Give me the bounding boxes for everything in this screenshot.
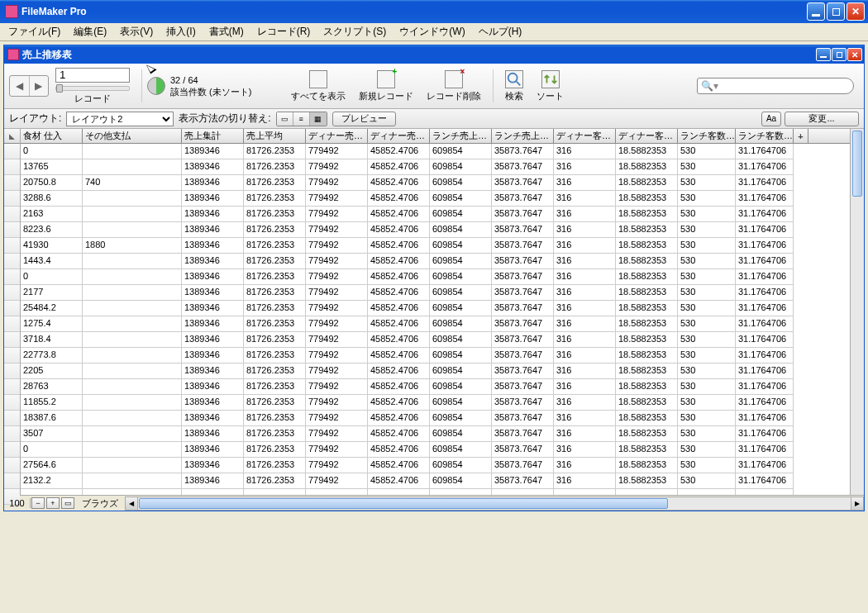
column-header[interactable]: ディナー客… (554, 129, 616, 143)
table-cell[interactable]: 31.1764706 (736, 191, 794, 207)
table-cell[interactable]: 81726.2353 (244, 442, 306, 458)
table-cell[interactable]: 1389346 (182, 316, 244, 332)
table-cell[interactable]: 316 (554, 364, 616, 379)
table-cell[interactable]: 18.5882353 (616, 348, 678, 364)
column-header[interactable]: ランチ客数… (736, 129, 794, 143)
table-cell[interactable]: 27564.6 (21, 458, 83, 473)
table-cell[interactable]: 45852.4706 (368, 458, 430, 473)
table-cell[interactable]: 45852.4706 (368, 207, 430, 222)
record-number-input[interactable] (55, 68, 130, 83)
table-cell[interactable]: 31.1764706 (736, 458, 794, 473)
table-cell[interactable]: 31.1764706 (736, 285, 794, 301)
table-cell[interactable]: 45852.4706 (368, 364, 430, 379)
table-cell[interactable]: 1389346 (182, 191, 244, 207)
table-cell[interactable]: 31.1764706 (736, 144, 794, 159)
table-cell[interactable]: 530 (678, 191, 736, 207)
table-cell[interactable]: 530 (678, 269, 736, 285)
table-cell[interactable] (492, 489, 554, 495)
table-cell[interactable]: 31.1764706 (736, 348, 794, 364)
row-header[interactable] (4, 191, 20, 207)
delete-record-button[interactable]: レコード削除 (420, 70, 488, 102)
table-cell[interactable] (83, 301, 182, 316)
table-cell[interactable]: 609854 (430, 301, 492, 316)
row-header[interactable] (4, 144, 20, 159)
row-header[interactable] (4, 159, 20, 175)
table-cell[interactable]: 740 (83, 175, 182, 191)
formatting-button[interactable]: Aa (761, 112, 781, 126)
table-cell[interactable]: 35873.7647 (492, 473, 554, 489)
table-cell[interactable] (244, 489, 306, 495)
app-minimize-button[interactable] (807, 2, 825, 21)
table-cell[interactable]: 779492 (306, 254, 368, 269)
table-cell[interactable]: 35873.7647 (492, 222, 554, 238)
table-cell[interactable]: 0 (21, 269, 83, 285)
table-cell[interactable]: 609854 (430, 144, 492, 159)
table-cell[interactable]: 779492 (306, 222, 368, 238)
table-cell[interactable]: 31.1764706 (736, 473, 794, 489)
next-record-icon[interactable]: ▶ (30, 76, 49, 96)
table-cell[interactable]: 1443.4 (21, 254, 83, 269)
table-cell[interactable]: 609854 (430, 426, 492, 442)
table-cell[interactable] (616, 489, 678, 495)
table-cell[interactable]: 18.5882353 (616, 442, 678, 458)
table-cell[interactable]: 31.1764706 (736, 364, 794, 379)
table-cell[interactable]: 31.1764706 (736, 175, 794, 191)
table-cell[interactable]: 18.5882353 (616, 411, 678, 426)
table-cell[interactable]: 1389346 (182, 222, 244, 238)
table-cell[interactable]: 530 (678, 411, 736, 426)
table-cell[interactable]: 1389346 (182, 269, 244, 285)
row-header[interactable] (4, 364, 20, 379)
table-cell[interactable]: 316 (554, 159, 616, 175)
menu-item[interactable]: ファイル(F) (3, 23, 65, 40)
table-cell[interactable]: 530 (678, 175, 736, 191)
table-cell[interactable]: 3288.6 (21, 191, 83, 207)
table-cell[interactable] (83, 442, 182, 458)
table-cell[interactable]: 35873.7647 (492, 379, 554, 395)
table-cell[interactable]: 1389346 (182, 144, 244, 159)
table-cell[interactable]: 81726.2353 (244, 316, 306, 332)
table-cell[interactable] (21, 489, 83, 495)
pie-chart-icon[interactable] (147, 77, 165, 95)
table-cell[interactable] (182, 489, 244, 495)
table-cell[interactable]: 35873.7647 (492, 238, 554, 254)
table-cell[interactable]: 31.1764706 (736, 238, 794, 254)
table-cell[interactable] (83, 426, 182, 442)
table-cell[interactable]: 779492 (306, 395, 368, 411)
table-cell[interactable]: 1389346 (182, 379, 244, 395)
table-cell[interactable]: 35873.7647 (492, 254, 554, 269)
scroll-left-button[interactable]: ◀ (126, 497, 138, 510)
table-cell[interactable]: 31.1764706 (736, 254, 794, 269)
table-cell[interactable]: 31.1764706 (736, 207, 794, 222)
table-cell[interactable]: 81726.2353 (244, 348, 306, 364)
table-cell[interactable]: 81726.2353 (244, 254, 306, 269)
table-cell[interactable]: 316 (554, 442, 616, 458)
document-close-button[interactable]: ✕ (847, 48, 862, 61)
table-cell[interactable]: 31.1764706 (736, 222, 794, 238)
table-cell[interactable] (430, 489, 492, 495)
table-cell[interactable]: 1880 (83, 238, 182, 254)
quick-search-input[interactable]: 🔍▾ (697, 78, 854, 94)
zoom-value[interactable]: 100 (4, 498, 31, 508)
table-cell[interactable] (83, 254, 182, 269)
table-cell[interactable]: 31.1764706 (736, 395, 794, 411)
table-cell[interactable]: 1389346 (182, 332, 244, 348)
row-header[interactable] (4, 285, 20, 301)
table-cell[interactable]: 779492 (306, 316, 368, 332)
table-row[interactable]: 13765138934681726.235377949245852.470660… (21, 159, 850, 175)
table-cell[interactable]: 779492 (306, 458, 368, 473)
table-cell[interactable]: 609854 (430, 473, 492, 489)
table-row[interactable]: 3718.4138934681726.235377949245852.47066… (21, 332, 850, 348)
table-cell[interactable]: 1389346 (182, 442, 244, 458)
table-cell[interactable]: 609854 (430, 254, 492, 269)
table-cell[interactable] (83, 316, 182, 332)
table-cell[interactable]: 609854 (430, 364, 492, 379)
table-cell[interactable]: 45852.4706 (368, 379, 430, 395)
table-cell[interactable]: 1389346 (182, 473, 244, 489)
table-cell[interactable]: 779492 (306, 348, 368, 364)
table-cell[interactable]: 609854 (430, 379, 492, 395)
view-table-button[interactable]: ▦ (310, 112, 327, 126)
table-cell[interactable]: 779492 (306, 426, 368, 442)
table-cell[interactable]: 609854 (430, 442, 492, 458)
table-cell[interactable]: 1389346 (182, 207, 244, 222)
row-header[interactable] (4, 301, 20, 316)
